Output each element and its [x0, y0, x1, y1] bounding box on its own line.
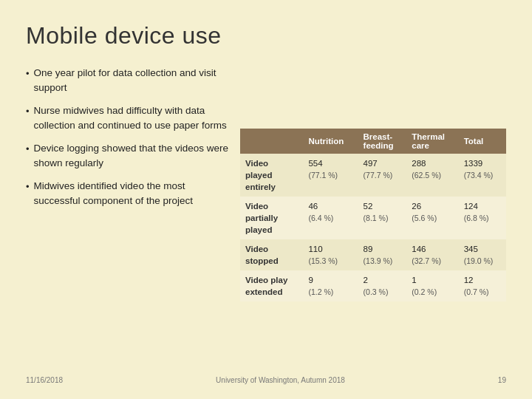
cell-total-3: 12(0.7 %)	[459, 270, 506, 301]
cell-thermal-0: 288(62.5 %)	[406, 154, 458, 197]
bullet-dot-3: •	[26, 143, 30, 170]
data-table-area: Nutrition Breast-feeding Thermalcare Tot…	[240, 66, 506, 364]
bullet-text-1: One year pilot for data collection and v…	[34, 66, 233, 95]
bullet-text-3: Device logging showed that the videos we…	[34, 141, 233, 170]
slide: Mobile device use • One year pilot for d…	[0, 0, 532, 399]
bullet-3: • Device logging showed that the videos …	[26, 141, 233, 170]
cell-total-1: 124(6.8 %)	[459, 197, 506, 239]
col-header-nutrition: Nutrition	[303, 129, 358, 154]
footer-date: 11/16/2018	[26, 376, 63, 384]
cell-total-0: 1339(73.4 %)	[459, 154, 506, 197]
cell-nutrition-2: 110(15.3 %)	[303, 239, 358, 270]
cell-total-2: 345(19.0 %)	[459, 239, 506, 270]
bullets-list: • One year pilot for data collection and…	[26, 66, 233, 364]
table-row: Videopartiallyplayed 46(6.4 %) 52(8.1 %)…	[240, 197, 506, 239]
bullet-2: • Nurse midwives had difficulty with dat…	[26, 103, 233, 132]
footer-page: 19	[498, 376, 506, 384]
cell-breastfeeding-3: 2(0.3 %)	[358, 270, 407, 301]
bullet-dot-2: •	[26, 105, 30, 132]
cell-nutrition-1: 46(6.4 %)	[303, 197, 358, 239]
row-label-0: Videoplayedentirely	[240, 154, 303, 197]
row-label-1: Videopartiallyplayed	[240, 197, 303, 239]
bullet-text-4: Midwives identified video the most succe…	[34, 179, 233, 208]
bullet-1: • One year pilot for data collection and…	[26, 66, 233, 95]
cell-breastfeeding-1: 52(8.1 %)	[358, 197, 407, 239]
cell-nutrition-3: 9(1.2 %)	[303, 270, 358, 301]
table-row: Video playextended 9(1.2 %) 2(0.3 %) 1(0…	[240, 270, 506, 301]
cell-breastfeeding-0: 497(77.7 %)	[358, 154, 407, 197]
bullet-dot-1: •	[26, 67, 30, 95]
slide-footer: 11/16/2018 University of Washington, Aut…	[26, 376, 506, 384]
footer-university: University of Washington, Autumn 2018	[216, 376, 345, 384]
cell-breastfeeding-2: 89(13.9 %)	[358, 239, 407, 270]
bullet-dot-4: •	[26, 180, 30, 208]
table-row: Videostopped 110(15.3 %) 89(13.9 %) 146(…	[240, 239, 506, 270]
cell-thermal-2: 146(32.7 %)	[406, 239, 458, 270]
cell-thermal-1: 26(5.6 %)	[406, 197, 458, 239]
slide-title: Mobile device use	[26, 22, 506, 50]
row-label-3: Video playextended	[240, 270, 303, 301]
col-header-total: Total	[459, 129, 506, 154]
table-row: Videoplayedentirely 554(77.1 %) 497(77.7…	[240, 154, 506, 197]
bullet-4: • Midwives identified video the most suc…	[26, 179, 233, 208]
col-header-breastfeeding: Breast-feeding	[358, 129, 407, 154]
content-area: • One year pilot for data collection and…	[26, 66, 506, 364]
bullet-text-2: Nurse midwives had difficulty with data …	[34, 103, 233, 132]
col-header-empty	[240, 129, 303, 154]
cell-nutrition-0: 554(77.1 %)	[303, 154, 358, 197]
data-table: Nutrition Breast-feeding Thermalcare Tot…	[240, 129, 506, 302]
cell-thermal-3: 1(0.2 %)	[406, 270, 458, 301]
col-header-thermal: Thermalcare	[406, 129, 458, 154]
table-header-row: Nutrition Breast-feeding Thermalcare Tot…	[240, 129, 506, 154]
row-label-2: Videostopped	[240, 239, 303, 270]
